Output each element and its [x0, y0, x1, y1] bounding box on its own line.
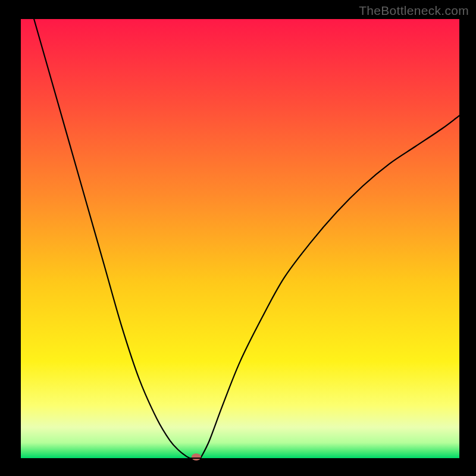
- chart-frame: TheBottleneck.com: [0, 0, 476, 476]
- watermark-text: TheBottleneck.com: [359, 4, 469, 18]
- plot-area: [21, 19, 459, 458]
- optimum-marker: [192, 453, 201, 461]
- chart-svg: [0, 0, 476, 476]
